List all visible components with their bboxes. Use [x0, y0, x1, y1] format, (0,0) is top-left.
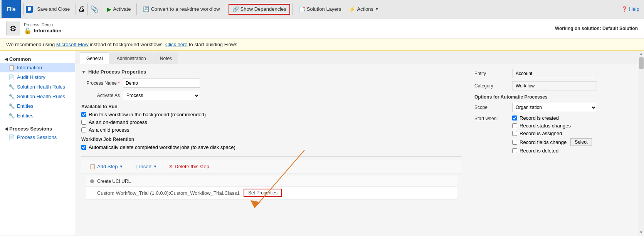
- main-toolbar: File Save and Close 🖨 📎 ▶ Activate 🔄 Con…: [0, 0, 644, 18]
- checkbox-retention-label: Automatically delete completed workflow …: [89, 144, 235, 150]
- category-value: Workflow: [512, 81, 597, 90]
- select-fields-button[interactable]: Select: [570, 138, 592, 146]
- page-subtitle: Process: Demo: [24, 22, 62, 27]
- content-main: General Administration Notes ▼ Hide Proc…: [75, 51, 638, 235]
- entities-icon-1: 🔧: [8, 103, 15, 109]
- category-row: Category Workflow: [474, 81, 632, 90]
- section-header[interactable]: ▼ Hide Process Properties: [81, 69, 462, 75]
- file-button[interactable]: File: [2, 0, 21, 18]
- sw-record-fields-checkbox[interactable]: [512, 140, 517, 145]
- sw-record-assigned-checkbox[interactable]: [512, 131, 517, 136]
- sw-record-status-checkbox[interactable]: [512, 123, 517, 128]
- delete-step-button[interactable]: ✕ Delete this step.: [165, 162, 214, 171]
- checkbox-background[interactable]: [81, 112, 86, 117]
- sidebar-item-label: Process Sessions: [17, 134, 57, 140]
- page-title: 🔒 Information: [24, 27, 62, 34]
- process-name-row: Process Name: [81, 79, 462, 88]
- checkbox-retention[interactable]: [81, 145, 86, 150]
- step-sep-2: [163, 163, 163, 171]
- sidebar-item-label: Solution Health Rules: [17, 84, 65, 90]
- banner-text-before: We recommend using: [6, 42, 56, 47]
- health-icon-1: 🔧: [8, 84, 15, 90]
- toolbar-separator-7: [293, 3, 293, 15]
- dependencies-icon: 🔗: [232, 6, 239, 12]
- tab-administration[interactable]: Administration: [110, 52, 153, 64]
- step-detail: Custom Workflow_Trial (1.0.0.0):Custom_W…: [86, 187, 457, 199]
- set-properties-button[interactable]: Set Properties: [244, 189, 282, 197]
- scroll-indicator[interactable]: ▲ ▼: [638, 51, 644, 235]
- start-when-label: Start when:: [474, 115, 509, 121]
- tab-notes[interactable]: Notes: [153, 52, 178, 64]
- tab-general[interactable]: General: [80, 52, 109, 64]
- checkbox-background-label: Run this workflow in the background (rec…: [89, 112, 206, 117]
- available-to-run-title: Available to Run: [81, 104, 462, 109]
- activate-as-select[interactable]: Process: [123, 91, 200, 100]
- scope-row: Scope Organization: [474, 103, 632, 112]
- activate-button[interactable]: ▶ Activate: [104, 4, 134, 14]
- attach-icon[interactable]: 📎: [90, 5, 99, 13]
- show-dependencies-button[interactable]: 🔗 Show Dependencies: [229, 4, 290, 15]
- process-icon: ⚙: [6, 22, 20, 35]
- activate-as-label: Activate As: [81, 93, 120, 98]
- info-banner: We recommend using Microsoft Flow instea…: [0, 38, 644, 51]
- sw-record-created: Record is created: [512, 115, 592, 121]
- step-toolbar: 📋 Add Step ▼ ↕ Insert ▼: [81, 160, 462, 174]
- layers-icon: 📑: [299, 6, 305, 12]
- process-sessions-collapse-icon: ◀: [5, 127, 8, 131]
- retention-title: Workflow Job Retention: [81, 137, 462, 142]
- solution-layers-button[interactable]: 📑 Solution Layers: [295, 4, 345, 14]
- actions-button[interactable]: ⚡ Actions ▼: [345, 4, 382, 14]
- entities-icon-2: 🔧: [8, 113, 15, 119]
- click-here-link[interactable]: Click here: [165, 42, 188, 47]
- add-step-icon: 📋: [89, 164, 96, 169]
- scope-label: Scope: [474, 105, 509, 110]
- step-name: Create UCI URL: [97, 179, 131, 184]
- sw-record-status: Record status changes: [512, 123, 592, 129]
- step-header: Create UCI URL: [86, 176, 457, 187]
- sidebar-item-health-rules-2[interactable]: 🔧 Solution Health Rules: [0, 92, 75, 101]
- print-icon[interactable]: 🖨: [78, 5, 85, 13]
- convert-button[interactable]: 🔄 Convert to a real-time workflow: [139, 4, 223, 14]
- step-section: 📋 Add Step ▼ ↕ Insert ▼: [81, 156, 462, 199]
- toolbar-separator-4: [101, 3, 101, 15]
- sidebar-item-health-rules-1[interactable]: 🔧 Solution Health Rules: [0, 82, 75, 92]
- save-close-button[interactable]: Save and Close: [34, 5, 73, 14]
- sidebar-item-label: Entities: [17, 113, 34, 119]
- entity-label: Entity: [474, 71, 509, 76]
- sidebar-item-label: Entities: [17, 103, 34, 109]
- add-step-button[interactable]: 📋 Add Step ▼: [86, 162, 126, 171]
- svg-rect-0: [28, 7, 31, 10]
- entity-value: Account: [512, 69, 597, 78]
- checkbox-on-demand[interactable]: [81, 120, 86, 125]
- checkbox-on-demand-label: As an on-demand process: [89, 119, 147, 125]
- checkbox-background-row: Run this workflow in the background (rec…: [81, 112, 462, 117]
- form-right-panel: Entity Account Category Workflow Options…: [468, 64, 638, 235]
- sidebar-item-label: Information: [17, 65, 42, 70]
- tab-bar: General Administration Notes: [75, 51, 638, 64]
- toolbar-separator-2: [76, 3, 76, 15]
- common-section-header[interactable]: ◀ Common: [0, 54, 75, 63]
- process-sessions-header[interactable]: ◀ Process Sessions: [0, 124, 75, 132]
- sw-record-assigned: Record is assigned: [512, 131, 592, 136]
- process-name-input[interactable]: [123, 79, 200, 88]
- sw-record-created-checkbox[interactable]: [512, 115, 517, 121]
- sidebar-item-entities-1[interactable]: 🔧 Entities: [0, 101, 75, 111]
- help-button[interactable]: ❓ Help: [618, 5, 642, 13]
- sw-record-deleted-checkbox[interactable]: [512, 148, 517, 153]
- sidebar-item-audit-history[interactable]: 📄 Audit History: [0, 72, 75, 82]
- sidebar-item-entities-2[interactable]: 🔧 Entities: [0, 111, 75, 121]
- process-sessions-item-icon: 📄: [8, 134, 15, 140]
- main-layout: ◀ Common 📋 Information 📄 Audit History 🔧…: [0, 51, 644, 235]
- convert-icon: 🔄: [143, 6, 149, 12]
- scroll-thumb[interactable]: [639, 57, 644, 69]
- add-step-chevron: ▼: [119, 164, 123, 169]
- insert-button[interactable]: ↕ Insert ▼: [131, 162, 160, 171]
- svg-rect-1: [28, 10, 30, 11]
- working-on-label: Working on solution: Default Solution: [555, 26, 638, 31]
- sidebar-item-information[interactable]: 📋 Information: [0, 63, 75, 72]
- checkbox-child[interactable]: [81, 127, 86, 132]
- sw-record-assigned-label: Record is assigned: [520, 131, 562, 136]
- scope-select[interactable]: Organization: [512, 103, 597, 112]
- microsoft-flow-link[interactable]: Microsoft Flow: [56, 42, 89, 47]
- sidebar-item-process-sessions[interactable]: 📄 Process Sessions: [0, 132, 75, 142]
